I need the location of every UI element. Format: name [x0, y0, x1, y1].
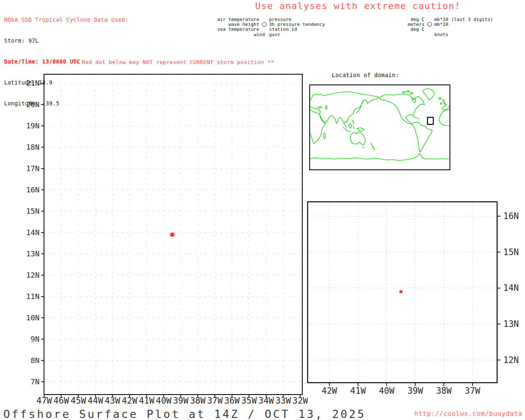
domain-marker-rect	[427, 117, 433, 124]
svg-text:41W: 41W	[139, 396, 154, 406]
svg-text:16N: 16N	[26, 185, 40, 194]
data-source-line: NOAA SSD Tropical Cyclone Data Used:	[4, 16, 128, 23]
svg-text:40W: 40W	[379, 386, 395, 396]
buoy-plot-page: NOAA SSD Tropical Cyclone Data Used: Sto…	[0, 0, 525, 420]
station-circle-icon	[427, 22, 432, 27]
storm-id-line: Storm: 97L	[4, 37, 128, 44]
legend-right-label: mb*10	[434, 22, 448, 27]
svg-text:15N: 15N	[26, 207, 40, 215]
page-title: Offshore Surface Plot at 14Z / OCT 13, 2…	[3, 408, 366, 420]
svg-text:47W: 47W	[37, 396, 52, 406]
svg-text:8N: 8N	[31, 356, 40, 365]
legend-left-label: air temperature	[213, 17, 259, 22]
legend-row: meters mb*10	[396, 22, 493, 27]
storm-position-warning: ** Red dot below may NOT represent CURRE…	[72, 59, 274, 65]
svg-text:40W: 40W	[156, 396, 171, 406]
zoom-plot: 42W41W40W39W38W37W12N13N14N15N16N	[304, 198, 525, 407]
svg-text:45W: 45W	[71, 396, 86, 406]
svg-text:16N: 16N	[503, 211, 519, 221]
main-plot: 47W46W45W44W43W42W41W40W39W38W37W36W35W3…	[16, 70, 308, 410]
svg-text:39W: 39W	[173, 396, 189, 406]
svg-text:38W: 38W	[436, 386, 452, 396]
svg-text:21N: 21N	[26, 79, 40, 87]
svg-text:46W: 46W	[53, 396, 69, 406]
svg-text:18N: 18N	[26, 143, 40, 151]
legend-right-label: pressure	[269, 17, 292, 22]
svg-text:13N: 13N	[26, 249, 40, 258]
legend-right-label: station id	[269, 27, 297, 32]
legend-row: wave height 3h pressure tendency	[213, 22, 325, 27]
legend-row: air temperature pressure	[213, 17, 325, 22]
legend-left-label: deg C	[396, 17, 425, 22]
svg-text:19N: 19N	[26, 121, 40, 130]
svg-text:11N: 11N	[26, 292, 40, 301]
svg-text:42W: 42W	[122, 396, 137, 406]
legend-row: sea temperature station id	[213, 27, 325, 32]
legend-right-label: 3h pressure tendency	[269, 22, 325, 27]
storm-97L-position	[399, 290, 403, 293]
legend-left-label: sea temperature	[213, 27, 259, 32]
svg-text:12N: 12N	[26, 271, 40, 279]
station-model-legend: air temperature pressure wave height 3h …	[213, 17, 325, 37]
svg-text:10N: 10N	[26, 313, 40, 322]
storm-97L-position	[170, 233, 174, 237]
svg-text:37W: 37W	[207, 396, 223, 406]
svg-text:14N: 14N	[26, 228, 40, 237]
svg-text:41W: 41W	[350, 386, 366, 396]
legend-right-label: knots	[434, 32, 448, 37]
svg-text:44W: 44W	[88, 396, 103, 406]
legend-left-label: meters	[396, 22, 425, 27]
svg-text:37W: 37W	[465, 386, 480, 396]
svg-text:9N: 9N	[31, 335, 40, 343]
svg-text:13N: 13N	[503, 319, 519, 329]
svg-text:12N: 12N	[503, 355, 519, 365]
legend-spacer	[425, 22, 434, 27]
svg-text:14N: 14N	[503, 283, 519, 293]
svg-text:34W: 34W	[258, 396, 274, 406]
legend-left-label: wind	[219, 32, 265, 37]
source-url-link[interactable]: http://coolwx.com/buoydata	[414, 410, 522, 418]
svg-text:33W: 33W	[275, 396, 291, 406]
domain-map-title: Location of domain:	[320, 72, 411, 78]
legend-row: knots	[396, 32, 493, 37]
svg-text:36W: 36W	[224, 396, 240, 406]
svg-text:39W: 39W	[407, 386, 423, 396]
legend-left-label: deg C	[396, 27, 425, 32]
legend-row: deg C	[396, 27, 493, 32]
svg-text:43W: 43W	[105, 396, 120, 406]
units-legend: deg C mb*10 (last 3 digits) meters mb*10…	[396, 17, 493, 37]
world-map	[309, 84, 450, 170]
svg-text:20N: 20N	[26, 100, 40, 109]
svg-text:42W: 42W	[322, 386, 337, 396]
svg-text:15N: 15N	[503, 247, 519, 257]
legend-right-label: gust	[269, 32, 280, 37]
svg-text:7N: 7N	[31, 377, 40, 386]
legend-left-label: wave height	[213, 22, 259, 27]
caution-banner: Use analyses with extreme caution!	[255, 1, 461, 11]
svg-text:17N: 17N	[26, 164, 40, 173]
svg-text:35W: 35W	[241, 396, 257, 406]
legend-row: deg C mb*10 (last 3 digits)	[396, 17, 493, 22]
station-circle-icon	[262, 22, 267, 27]
legend-row: wind gust	[213, 32, 325, 37]
legend-spacer	[259, 22, 269, 27]
legend-right-label: mb*10 (last 3 digits)	[434, 17, 493, 22]
svg-text:38W: 38W	[190, 396, 205, 406]
